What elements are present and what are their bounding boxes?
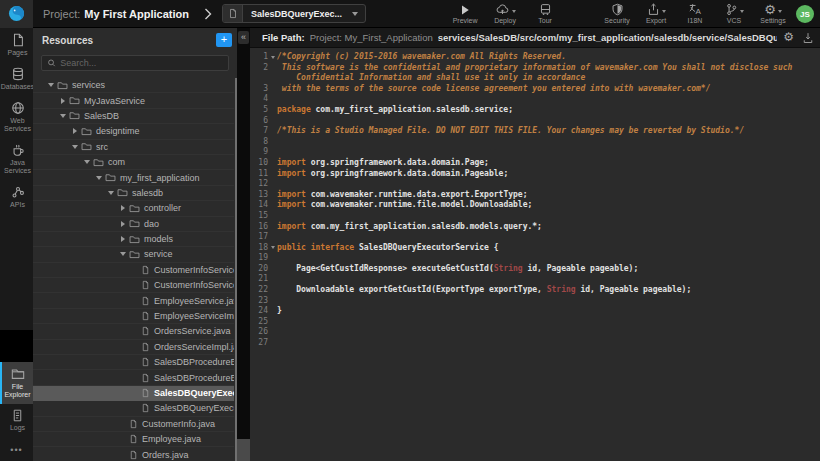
tree-toggle-icon[interactable]	[71, 128, 79, 134]
tree-item[interactable]: com	[33, 155, 234, 170]
tree-item[interactable]: designtime	[33, 124, 234, 139]
tree-toggle-icon[interactable]	[95, 176, 103, 180]
export-button[interactable]: Export	[643, 3, 669, 24]
filepath-project: Project: My_First_Application	[310, 32, 433, 43]
tree-item[interactable]: Employee.java	[33, 432, 234, 447]
code-line[interactable]: 2 This software is the confidential and …	[250, 63, 820, 74]
tree-item[interactable]: EmployeeServiceImpl.java	[33, 309, 234, 324]
code-line[interactable]: 8	[250, 137, 820, 148]
tree-toggle-icon[interactable]	[83, 160, 91, 164]
tree-toggle-icon[interactable]	[59, 98, 67, 104]
sidebar-item-java-services[interactable]: Java Services	[0, 138, 33, 180]
fold-marker-icon[interactable]	[268, 52, 277, 63]
tree-item[interactable]: OrdersService.java	[33, 324, 234, 339]
code-line[interactable]: 16import com.my_first_application.salesd…	[250, 222, 820, 233]
fold-marker-icon[interactable]	[268, 243, 277, 254]
panel-divider[interactable]: «	[237, 28, 250, 461]
code-line[interactable]: 18public interface SalesDBQueryExecutorS…	[250, 243, 820, 254]
file-icon	[141, 357, 150, 367]
code-line[interactable]: 27	[250, 338, 820, 349]
security-button[interactable]: Security	[604, 3, 630, 24]
tree-toggle-icon[interactable]	[119, 221, 127, 227]
tree-item[interactable]: CustomerInfoServiceImpl.java	[33, 278, 234, 293]
tree-toggle-icon[interactable]	[119, 252, 127, 256]
tree-item[interactable]: SalesDB	[33, 109, 234, 124]
code-line[interactable]: 22 Downloadable exportGetCustId(ExportTy…	[250, 285, 820, 296]
tree-item[interactable]: service	[33, 247, 234, 262]
tree-item-label: EmployeeServiceImpl.java	[154, 311, 234, 321]
user-avatar[interactable]: JS	[796, 5, 814, 23]
collapse-panel-button[interactable]: «	[238, 31, 249, 44]
tree-item[interactable]: salesdb	[33, 186, 234, 201]
tree-item[interactable]: my_first_application	[33, 170, 234, 185]
code-line[interactable]: 4	[250, 94, 820, 105]
tree-item[interactable]: CustomerInfo.java	[33, 417, 234, 432]
file-icon	[141, 311, 150, 321]
vcs-button[interactable]: VCS	[721, 3, 747, 24]
code-editor[interactable]: 1/*Copyright (c) 2015-2016 wavemaker.com…	[250, 49, 820, 461]
tree-item[interactable]: SalesDBProcedureExecutorService.java	[33, 355, 234, 370]
sidebar-item-logs[interactable]: Logs	[0, 404, 33, 437]
search-input[interactable]	[60, 58, 223, 68]
sidebar-more-button[interactable]: •••	[0, 437, 33, 461]
add-resource-button[interactable]: +	[216, 33, 232, 47]
tree-item[interactable]: CustomerInfoService.java	[33, 263, 234, 278]
code-line[interactable]: 13import com.wavemaker.runtime.data.expo…	[250, 190, 820, 201]
tree-item[interactable]: SalesDBQueryExecutorService.java	[33, 386, 234, 401]
tree-item[interactable]: controller	[33, 201, 234, 216]
tree-item[interactable]: SalesDBProcedureExecutorServiceImpl.java	[33, 370, 234, 385]
tree-item[interactable]: services	[33, 78, 234, 93]
tree-item[interactable]: MyJavaService	[33, 93, 234, 108]
settings-button[interactable]: ⚙ Settings	[760, 3, 786, 24]
code-line[interactable]: 9	[250, 147, 820, 158]
code-line[interactable]: 14import com.wavemaker.runtime.file.mode…	[250, 200, 820, 211]
i18n-button[interactable]: A I18N	[682, 3, 708, 24]
sidebar-item-file-explorer[interactable]: File Explorer	[0, 362, 33, 404]
deploy-button[interactable]: Deploy	[492, 3, 518, 24]
tree-toggle-icon[interactable]	[107, 191, 115, 195]
code-line[interactable]: 12	[250, 179, 820, 190]
tree-toggle-icon[interactable]	[119, 236, 127, 242]
code-line[interactable]: 15	[250, 211, 820, 222]
wavemaker-logo[interactable]	[0, 0, 33, 28]
code-line[interactable]: 1/*Copyright (c) 2015-2016 wavemaker.com…	[250, 52, 820, 63]
file-settings-icon[interactable]: ⚙	[783, 31, 794, 44]
tree-item[interactable]: OrdersServiceImpl.java	[33, 340, 234, 355]
tree-toggle-icon[interactable]	[59, 114, 67, 118]
scrollbar-thumb[interactable]	[237, 439, 250, 461]
code-line[interactable]: 26	[250, 327, 820, 338]
code-line[interactable]: 24}	[250, 306, 820, 317]
tree-toggle-icon[interactable]	[71, 145, 79, 149]
sidebar-item-databases[interactable]: Databases	[0, 62, 33, 96]
tree-toggle-icon[interactable]	[119, 205, 127, 211]
tree-item[interactable]: dao	[33, 217, 234, 232]
code-line[interactable]: Confidential Information and shall use i…	[250, 73, 820, 84]
open-file-dropdown[interactable]: SalesDBQueryExec...	[222, 4, 366, 23]
tree-item[interactable]: SalesDBQueryExecutorServiceImpl.java	[33, 401, 234, 416]
code-line[interactable]: 3 with the terms of the source code lice…	[250, 84, 820, 95]
code-line[interactable]: 21	[250, 274, 820, 285]
code-line[interactable]: 17	[250, 232, 820, 243]
line-number: 12	[250, 179, 268, 190]
code-line[interactable]: 7/*This is a Studio Managed File. DO NOT…	[250, 126, 820, 137]
tree-item[interactable]: EmployeeService.java	[33, 293, 234, 308]
tree-toggle-icon[interactable]	[47, 83, 55, 87]
code-line[interactable]: 11import org.springframework.data.domain…	[250, 169, 820, 180]
sidebar-item-web-services[interactable]: Web Services	[0, 96, 33, 138]
code-line[interactable]: 10import org.springframework.data.domain…	[250, 158, 820, 169]
code-line[interactable]: 23	[250, 296, 820, 307]
sidebar-item-pages[interactable]: Pages	[0, 28, 33, 62]
tree-item[interactable]: Orders.java	[33, 447, 234, 461]
code-line[interactable]: 19	[250, 253, 820, 264]
code-line[interactable]: 6	[250, 116, 820, 127]
tree-item-label: Orders.java	[142, 450, 189, 460]
code-line[interactable]: 5package com.my_first_application.salesd…	[250, 105, 820, 116]
sidebar-item-apis[interactable]: APIs	[0, 180, 33, 214]
tour-button[interactable]: Tour	[532, 3, 558, 24]
code-line[interactable]: 25	[250, 317, 820, 328]
preview-button[interactable]: Preview	[452, 3, 478, 24]
code-line[interactable]: 20 Page<GetCustIdResponse> executeGetCus…	[250, 264, 820, 275]
tree-item[interactable]: models	[33, 232, 234, 247]
download-icon[interactable]	[802, 32, 814, 44]
tree-item[interactable]: src	[33, 140, 234, 155]
